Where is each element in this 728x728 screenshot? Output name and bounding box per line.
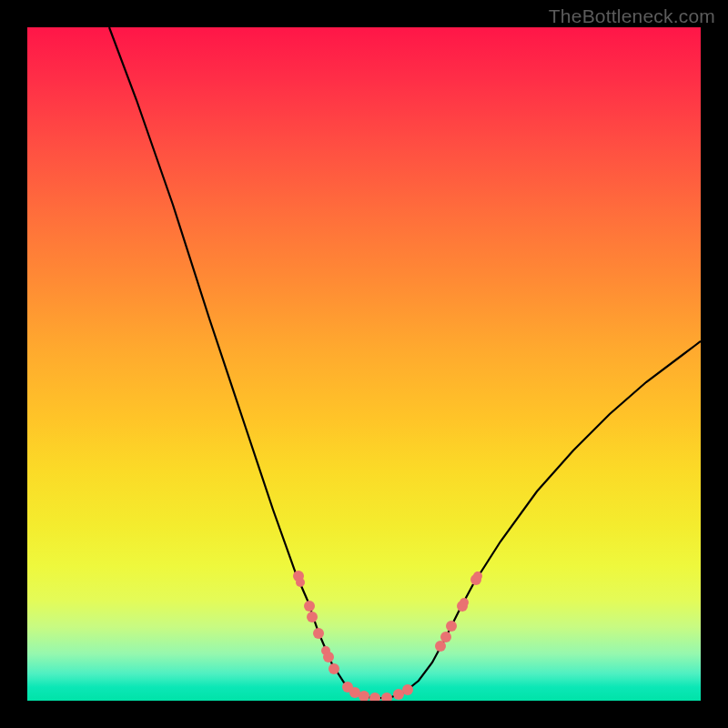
data-dot	[446, 621, 457, 632]
data-dot	[296, 578, 305, 587]
data-dot	[307, 612, 318, 622]
data-dot	[440, 632, 451, 642]
data-dot	[329, 663, 339, 674]
data-dot	[313, 628, 324, 639]
data-dot	[402, 684, 413, 695]
curve-line	[109, 27, 701, 698]
data-dots	[293, 571, 482, 701]
data-dot	[323, 652, 334, 662]
data-dot	[473, 571, 482, 581]
chart-svg	[27, 27, 701, 701]
data-dot	[369, 693, 380, 701]
watermark-text: TheBottleneck.com	[549, 5, 715, 27]
data-dot	[381, 693, 392, 701]
data-dot	[304, 601, 315, 612]
data-dot	[460, 598, 469, 607]
data-dot	[435, 641, 446, 652]
plot-area	[27, 27, 701, 701]
